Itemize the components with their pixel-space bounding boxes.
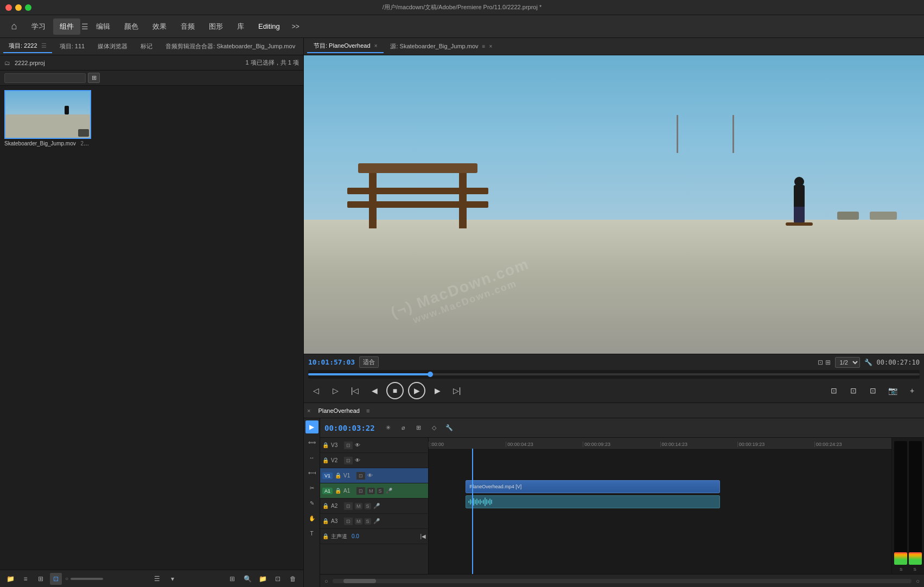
track-output-a2[interactable]: ⊡ — [344, 502, 353, 510]
lock-icon-a1[interactable]: 🔒 — [335, 488, 341, 494]
zoom-in-btn[interactable]: ○ — [916, 578, 920, 584]
home-button[interactable]: ⌂ — [4, 17, 24, 36]
rolling-edit-tool-btn[interactable]: ⟻ — [305, 466, 318, 479]
find-btn[interactable]: 🔍 — [241, 573, 253, 585]
project-icon-btn[interactable]: 📁 — [4, 573, 16, 585]
compare-icon[interactable]: ⊡ — [818, 359, 823, 366]
visibility-v3[interactable]: 👁 — [355, 442, 360, 448]
track-forward-tool-btn[interactable]: ⟺ — [305, 436, 318, 449]
timeline-scroll-track[interactable] — [333, 579, 912, 583]
menu-graphics[interactable]: 图形 — [202, 18, 230, 35]
menu-more-button[interactable]: >> — [288, 21, 304, 33]
razor-tool-btn[interactable]: ✂ — [305, 481, 318, 494]
lock-icon-master[interactable]: 🔒 — [322, 533, 329, 539]
timeline-settings-btn[interactable]: ≡ — [366, 407, 369, 414]
select-tool-btn[interactable]: ▶ — [305, 420, 318, 433]
tab-audio-mixer[interactable]: 音频剪辑混合合器: Skateboarder_Big_Jump.mov — [160, 40, 301, 53]
auto-match-btn[interactable]: ⊡ — [272, 573, 284, 585]
menu-audio[interactable]: 音频 — [174, 18, 201, 35]
solo-a3[interactable]: S — [365, 518, 371, 525]
step-forward-button[interactable]: ▶ — [430, 383, 445, 398]
lock-icon-a2[interactable]: 🔒 — [322, 503, 329, 509]
program-tab-settings[interactable]: ≡ — [482, 43, 486, 49]
zoom-slider[interactable] — [71, 578, 103, 580]
mark-in-button[interactable]: ◁ — [308, 383, 323, 398]
timeline-tab-plane[interactable]: PlaneOverhead — [313, 405, 365, 416]
grid-view-btn[interactable]: ⊞ — [35, 573, 47, 585]
program-tab[interactable]: 源: Skateboarder_Big_Jump.mov ≡ × — [384, 40, 499, 53]
lock-icon-v2[interactable]: 🔒 — [322, 457, 329, 463]
menu-learn[interactable]: 学习 — [25, 18, 52, 35]
timeline-close-btn[interactable]: × — [307, 407, 310, 414]
tab-markers[interactable]: 标记 — [135, 40, 158, 53]
lift-button[interactable]: ⊡ — [865, 383, 881, 398]
mic-icon-a3[interactable]: 🎤 — [373, 518, 380, 524]
add-marker-button[interactable]: + — [904, 383, 920, 398]
tab-media-browser[interactable]: 媒体浏览器 — [92, 40, 133, 53]
play-button[interactable]: ▶ — [408, 382, 425, 399]
visibility-v1[interactable]: 👁 — [367, 473, 373, 478]
add-edit-btn[interactable]: ⊞ — [413, 422, 425, 434]
overwrite-button[interactable]: ⊡ — [846, 383, 861, 398]
track-output-a3[interactable]: ⊡ — [344, 518, 353, 525]
menu-editing[interactable]: Editing — [252, 19, 286, 34]
mute-a2[interactable]: M — [355, 503, 362, 509]
menu-effects[interactable]: 效果 — [146, 18, 173, 35]
video-clip-plane[interactable]: PlaneOverhead.mp4 [V] — [466, 480, 720, 493]
settings-tl-btn[interactable]: 🔧 — [443, 422, 455, 434]
maximize-button[interactable] — [25, 4, 31, 11]
wrench-icon[interactable]: 🔧 — [864, 359, 872, 366]
scrubber-head[interactable] — [428, 372, 433, 377]
program-tab-close[interactable]: × — [489, 43, 492, 49]
track-output-v2[interactable]: ⊡ — [344, 457, 353, 464]
tab-project-111[interactable]: 项目: 111 — [54, 40, 90, 53]
mute-a3[interactable]: M — [355, 518, 362, 525]
panel-tab-menu[interactable]: ☰ — [41, 42, 47, 49]
sort-direction-btn[interactable]: ▾ — [167, 573, 179, 585]
menu-library[interactable]: 库 — [231, 18, 251, 35]
mark-out-button[interactable]: ▷ — [328, 383, 343, 398]
snap-btn[interactable]: ✳ — [383, 422, 394, 434]
new-folder-button[interactable]: ⊞ — [88, 73, 100, 83]
go-to-in-button[interactable]: |◁ — [347, 383, 362, 398]
fit-dropdown[interactable]: 适合 — [359, 356, 379, 368]
source-tab[interactable]: 节目: PlaneOverhead × — [307, 40, 384, 53]
lock-icon-v3[interactable]: 🔒 — [322, 442, 329, 448]
resolution-select[interactable]: 1/2 — [835, 357, 860, 368]
master-expand-icon[interactable]: |◀ — [420, 533, 426, 539]
text-tool-btn[interactable]: T — [305, 527, 318, 540]
step-back-button[interactable]: ◀ — [367, 383, 382, 398]
mute-a1[interactable]: M — [367, 488, 375, 494]
go-to-out-button[interactable]: ▷| — [449, 383, 464, 398]
pen-tool-btn[interactable]: ✎ — [305, 496, 318, 509]
search-input[interactable] — [4, 73, 86, 83]
list-view-btn[interactable]: ≡ — [20, 573, 31, 585]
transform-icon[interactable]: ⊞ — [825, 359, 831, 366]
menu-color[interactable]: 颜色 — [118, 18, 145, 35]
preview-scrubber[interactable] — [308, 370, 920, 379]
source-tab-close[interactable]: × — [374, 43, 378, 49]
solo-a2[interactable]: S — [365, 503, 371, 509]
zoom-out-btn[interactable]: ○ — [324, 578, 328, 584]
lock-icon-v1[interactable]: 🔒 — [335, 473, 341, 478]
mic-icon-a2[interactable]: 🎤 — [373, 503, 380, 509]
linked-select-btn[interactable]: ⌀ — [398, 422, 410, 434]
tab-project-2222[interactable]: 项目: 2222 ☰ — [3, 40, 52, 53]
media-item[interactable]: Skateboarder_Big_Jump.mov 27:10 — [4, 90, 91, 146]
solo-a1[interactable]: S — [377, 488, 384, 494]
sort-options-btn[interactable]: ☰ — [151, 573, 163, 585]
track-output-v3[interactable]: ⊡ — [344, 442, 353, 449]
export-frame-button[interactable]: 📷 — [885, 383, 900, 398]
ripple-edit-tool-btn[interactable]: ↔ — [305, 451, 318, 464]
icon-view-btn[interactable]: ⊡ — [50, 573, 62, 585]
new-project-btn[interactable]: ⊞ — [226, 573, 238, 585]
menu-edit[interactable]: 编辑 — [90, 18, 117, 35]
hand-tool-btn[interactable]: ✋ — [305, 512, 318, 525]
track-output-v1[interactable]: ⊡ — [356, 472, 365, 480]
assembly-menu-icon[interactable]: ☰ — [81, 22, 88, 31]
minimize-button[interactable] — [15, 4, 22, 11]
timeline-scroll-thumb[interactable] — [343, 579, 376, 583]
visibility-v2[interactable]: 👁 — [355, 457, 360, 463]
delete-btn[interactable]: 🗑 — [287, 573, 299, 585]
menu-assembly[interactable]: 组件 — [53, 18, 80, 35]
